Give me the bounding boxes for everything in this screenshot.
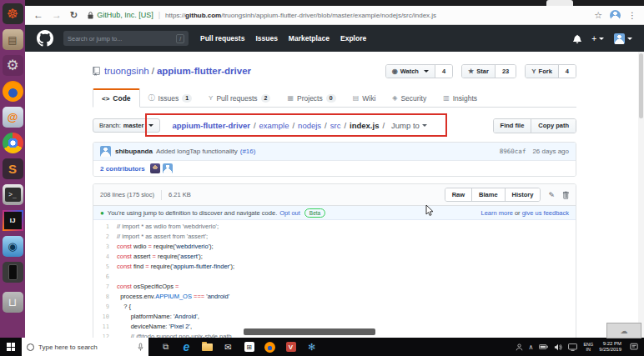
cert-label[interactable]: GitHub, Inc. [US] <box>97 11 153 19</box>
taskbar-search-input[interactable]: Type here to search <box>22 338 148 356</box>
create-new-icon[interactable]: + <box>591 34 604 43</box>
breadcrumb-link[interactable]: nodejs <box>298 121 321 130</box>
firefox-icon[interactable] <box>3 81 23 102</box>
taskbar-app-edge[interactable]: e <box>176 338 197 356</box>
taskbar-app-file-explorer[interactable] <box>197 338 218 356</box>
contributors-link[interactable]: 2 contributors <box>100 165 145 173</box>
terminal-icon[interactable]: >_ <box>3 184 23 205</box>
jump-to-dropdown[interactable]: Jump to <box>391 121 427 130</box>
breadcrumb-link[interactable]: example <box>259 121 289 130</box>
contributor-avatar[interactable] <box>163 163 173 173</box>
commit-message[interactable]: Added longTap functionality <box>156 148 238 155</box>
tab-wiki[interactable]: ▤Wiki <box>345 88 385 108</box>
ubuntu-logo-icon[interactable]: ☸ <box>3 3 23 24</box>
line-number[interactable]: 3 <box>93 242 117 252</box>
line-number[interactable]: 5 <box>93 262 117 272</box>
start-button[interactable] <box>0 338 22 356</box>
commit-author[interactable]: shibupanda <box>115 148 153 155</box>
star-button[interactable]: ★Star 23 <box>461 64 516 78</box>
tab-security[interactable]: ◈Security <box>384 88 435 108</box>
taskbar-app-mail[interactable]: ✉ <box>218 338 239 356</box>
battery-icon[interactable] <box>539 343 548 350</box>
tab-issues[interactable]: ⓘIssues1 <box>140 88 200 108</box>
nav-link-pull-requests[interactable]: Pull requests <box>200 34 244 43</box>
copy-path-button[interactable]: Copy path <box>531 119 576 133</box>
github-logo-icon[interactable] <box>37 30 53 47</box>
blame-button[interactable]: Blame <box>471 188 505 201</box>
language-indicator[interactable]: ENGIN <box>583 342 593 352</box>
microphone-icon[interactable] <box>138 343 143 352</box>
line-number[interactable]: 9 <box>93 302 117 312</box>
history-button[interactable]: History <box>505 188 541 201</box>
github-search-input[interactable]: Search or jump to... / <box>63 31 189 46</box>
edit-pencil-icon[interactable]: ✎ <box>548 191 555 199</box>
line-number[interactable]: 8 <box>93 292 117 302</box>
line-number[interactable]: 4 <box>93 252 117 262</box>
tray-expand-caret[interactable]: ∧ <box>529 343 534 351</box>
sublime-text-icon[interactable]: S <box>3 158 23 179</box>
line-number[interactable]: 1 <box>93 222 117 232</box>
fork-count[interactable]: 4 <box>559 65 576 78</box>
volume-icon[interactable] <box>554 343 562 351</box>
people-icon[interactable] <box>516 343 523 351</box>
browser-menu-icon[interactable]: ⋮ <box>628 11 636 20</box>
learn-more-link[interactable]: Learn more <box>481 209 513 217</box>
back-icon[interactable]: ← <box>33 9 43 21</box>
taskbar-clock[interactable]: 9:22 PM9/25/2019 <box>599 341 621 353</box>
nav-link-issues[interactable]: Issues <box>255 34 277 43</box>
find-file-button[interactable]: Find file <box>494 119 531 133</box>
delete-trash-icon[interactable] <box>562 191 569 199</box>
watch-button[interactable]: ◉Watch 4 <box>385 64 453 78</box>
repo-name-link[interactable]: appium-flutter-driver <box>157 66 251 76</box>
page-scrollbar[interactable] <box>638 52 644 338</box>
star-count[interactable]: 23 <box>496 65 516 78</box>
breadcrumb-link[interactable]: src <box>330 121 341 130</box>
breadcrumb-link[interactable]: appium-flutter-driver <box>172 121 249 130</box>
network-display-icon[interactable] <box>568 343 577 351</box>
line-number[interactable]: 12 <box>93 332 117 338</box>
fork-button[interactable]: YFork 4 <box>525 64 576 78</box>
action-center-icon[interactable] <box>627 343 641 351</box>
tab-insights[interactable]: ▥Insights <box>435 88 486 108</box>
raw-button[interactable]: Raw <box>445 188 471 201</box>
nav-link-explore[interactable]: Explore <box>340 34 366 43</box>
watch-count[interactable]: 4 <box>435 65 452 78</box>
browser-profile-avatar[interactable] <box>610 10 621 21</box>
tab-pull-requests[interactable]: YPull requests2 <box>200 88 279 108</box>
browser-tab[interactable] <box>546 0 573 6</box>
file-manager-icon[interactable]: ▤ <box>3 29 23 50</box>
taskbar-app-task-view[interactable]: ⧉ <box>155 338 176 356</box>
line-number[interactable]: 2 <box>93 232 117 242</box>
bell-icon[interactable] <box>573 34 581 43</box>
reload-icon[interactable]: ↻ <box>70 10 78 21</box>
commit-pr-link[interactable]: (#16) <box>240 148 256 155</box>
trash-icon[interactable]: ⊔ <box>3 292 23 313</box>
chrome-icon[interactable] <box>3 133 23 153</box>
taskbar-app-firefox[interactable] <box>259 338 280 356</box>
user-avatar[interactable] <box>614 33 632 44</box>
intellij-idea-icon[interactable]: IJ <box>3 210 23 231</box>
tab-projects[interactable]: ▦Projects0 <box>279 88 344 108</box>
line-number[interactable]: 6 <box>93 272 117 282</box>
taskbar-app-red-v[interactable]: V <box>280 338 301 356</box>
opt-out-link[interactable]: Opt out <box>279 209 300 217</box>
url-text[interactable]: https://github.com/truongsinh/appium-flu… <box>165 12 587 19</box>
taskbar-app-store[interactable]: ⊞ <box>239 338 259 356</box>
mobile-device-icon[interactable] <box>3 262 23 283</box>
line-number[interactable]: 7 <box>93 282 117 292</box>
commit-sha[interactable]: 8960caf <box>500 148 526 155</box>
branch-selector-button[interactable]: Branch:master <box>93 118 160 133</box>
screen-eye-icon[interactable]: ◉ <box>3 236 23 257</box>
feedback-link[interactable]: give us feedback <box>522 209 569 217</box>
line-number[interactable]: 10 <box>93 312 117 322</box>
contributor-avatar[interactable] <box>150 163 160 173</box>
commit-author-avatar[interactable] <box>100 146 111 157</box>
forward-icon[interactable]: → <box>52 9 62 21</box>
scrollbar-thumb[interactable] <box>639 53 643 118</box>
nav-link-marketplace[interactable]: Marketplace <box>289 34 330 43</box>
software-center-icon[interactable]: @ <box>3 107 23 128</box>
repo-owner-link[interactable]: truongsinh <box>104 66 149 76</box>
tab-code[interactable]: <>Code <box>93 88 140 108</box>
line-number[interactable]: 11 <box>93 322 117 332</box>
bookmark-star-icon[interactable]: ☆ <box>594 10 602 21</box>
